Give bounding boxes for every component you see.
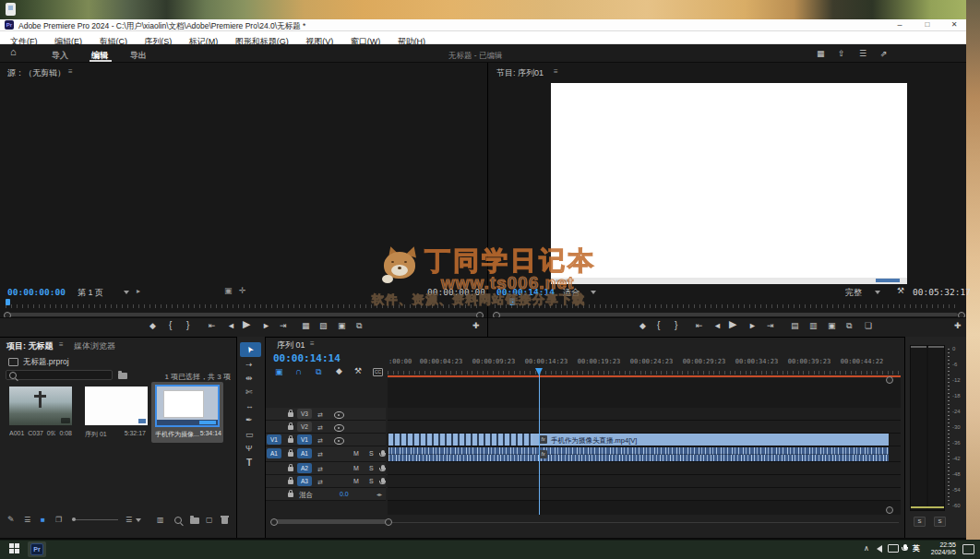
freeform-view-icon[interactable]: ❐ bbox=[55, 516, 62, 524]
mark-in-icon[interactable]: { bbox=[169, 321, 172, 329]
tab-import[interactable]: 导入 bbox=[52, 50, 68, 62]
drag-video-icon[interactable]: ⧉ bbox=[356, 322, 362, 330]
marker-icon[interactable]: ◆ bbox=[639, 322, 646, 330]
source-add-button[interactable]: ✚ bbox=[472, 322, 480, 330]
overwrite-icon[interactable]: ▧ bbox=[319, 322, 328, 330]
solo-button[interactable]: S bbox=[369, 450, 374, 457]
tab-media-browser[interactable]: 媒体浏览器 bbox=[74, 340, 115, 352]
sync-lock-icon[interactable]: ⇄ bbox=[317, 436, 323, 445]
program-quality-dropdown[interactable]: 完整 bbox=[845, 287, 862, 299]
track-select-forward-tool[interactable]: ⇢ bbox=[245, 361, 253, 369]
tray-chevron-icon[interactable]: ∧ bbox=[864, 544, 869, 553]
source-more-icon[interactable]: ▸ bbox=[137, 287, 140, 295]
go-to-out-icon[interactable]: ⇥ bbox=[767, 322, 774, 330]
export-frame-icon[interactable]: ▣ bbox=[828, 322, 836, 330]
automate-to-sequence-icon[interactable]: ▥ bbox=[157, 516, 164, 524]
timeline-v-scrollbar-handle-bottom[interactable] bbox=[886, 506, 893, 514]
pen-tool[interactable]: ✒ bbox=[245, 416, 253, 424]
button-editor-icon[interactable]: ✛ bbox=[239, 287, 246, 295]
readonly-pen-icon[interactable]: ✎ bbox=[7, 516, 15, 524]
workspaces-icon[interactable]: ▦ bbox=[817, 50, 825, 58]
track-header-v3[interactable]: V3 ⇄ bbox=[266, 408, 386, 421]
sync-lock-icon[interactable]: ⇄ bbox=[317, 478, 323, 486]
track-header-mix[interactable]: 混合 0.0 ◂▸ bbox=[266, 488, 386, 501]
input-language-indicator[interactable]: 英 bbox=[913, 543, 920, 553]
project-item-name[interactable]: A001_C037_0921FG_... bbox=[9, 430, 55, 436]
step-forward-icon[interactable]: ► bbox=[262, 322, 270, 330]
timeline-ruler[interactable] bbox=[388, 371, 901, 375]
insert-icon[interactable]: ▦ bbox=[302, 322, 310, 330]
timeline-h-scrollbar-thumb[interactable] bbox=[273, 519, 388, 524]
list-view-icon[interactable]: ☰ bbox=[24, 516, 30, 524]
go-to-in-icon[interactable]: ⇤ bbox=[209, 322, 216, 330]
new-item-icon[interactable]: ▢ bbox=[206, 516, 213, 524]
program-playhead[interactable] bbox=[509, 298, 515, 305]
timeline-scrollbar-handle-left[interactable] bbox=[270, 518, 278, 526]
wrench-icon[interactable]: ⚒ bbox=[897, 287, 904, 295]
track-patch-v1[interactable]: V1 bbox=[297, 434, 312, 445]
new-bin-icon[interactable] bbox=[190, 517, 199, 524]
playhead-head[interactable] bbox=[535, 368, 543, 375]
step-back-icon[interactable]: ◄ bbox=[227, 322, 235, 330]
go-to-out-icon[interactable]: ⇥ bbox=[280, 322, 287, 330]
close-button[interactable]: ✕ bbox=[943, 20, 965, 29]
source-panel-menu-icon[interactable]: ≡ bbox=[68, 67, 73, 76]
razor-tool[interactable]: ✄ bbox=[245, 388, 253, 397]
timeline-panel-menu-icon[interactable]: ≡ bbox=[310, 339, 315, 348]
clock-time[interactable]: 22:55 bbox=[925, 541, 956, 548]
search-input[interactable] bbox=[6, 370, 113, 380]
meter-solo-right-button[interactable]: S bbox=[934, 517, 946, 527]
source-patch-v1[interactable]: V1 bbox=[267, 434, 281, 445]
step-back-icon[interactable]: ◄ bbox=[713, 322, 722, 330]
track-output-eye-icon[interactable] bbox=[334, 424, 344, 432]
tab-project[interactable]: 项目: 无标题 bbox=[6, 340, 54, 352]
minimize-button[interactable]: – bbox=[888, 20, 912, 30]
taskbar-premiere-button[interactable]: Pr bbox=[28, 541, 46, 557]
timeline-timecode[interactable]: 00:00:14:14 bbox=[273, 352, 341, 364]
multi-view-icon[interactable]: ❏ bbox=[865, 322, 872, 330]
monitor-splitter[interactable] bbox=[487, 63, 488, 337]
lock-icon[interactable] bbox=[288, 493, 293, 497]
source-patch-a1[interactable]: A1 bbox=[267, 448, 281, 458]
voiceover-mic-icon[interactable] bbox=[381, 478, 385, 483]
track-patch-a1[interactable]: A1 bbox=[297, 448, 312, 458]
snap-icon[interactable]: ∩ bbox=[295, 366, 302, 376]
export-frame-icon[interactable]: ▣ bbox=[338, 322, 346, 330]
captions-icon[interactable]: CC bbox=[373, 368, 383, 376]
track-patch-v3[interactable]: V3 bbox=[297, 409, 312, 419]
lock-icon[interactable] bbox=[288, 412, 293, 417]
track-header-a3[interactable]: A3 ⇄ M S bbox=[266, 475, 386, 488]
linked-selection-icon[interactable]: ⧉ bbox=[316, 367, 321, 377]
fx-badge[interactable]: fx bbox=[539, 450, 547, 458]
mark-out-icon[interactable]: } bbox=[675, 321, 677, 329]
home-icon[interactable]: ⌂ bbox=[10, 48, 17, 56]
hand-tool[interactable]: Ψ bbox=[245, 445, 253, 453]
clock-date[interactable]: 2024/9/5 bbox=[925, 549, 956, 555]
play-button[interactable]: ▶ bbox=[243, 320, 250, 328]
audio-clip[interactable]: fx bbox=[388, 447, 889, 461]
program-timecode[interactable]: 00:00:14:14 bbox=[496, 287, 555, 297]
solo-button[interactable]: S bbox=[369, 478, 374, 484]
project-item-name[interactable]: 序列 01 bbox=[85, 430, 122, 439]
tray-mic-icon[interactable] bbox=[903, 544, 907, 550]
timeline-scrollbar-handle-right[interactable] bbox=[385, 518, 392, 526]
mute-button[interactable]: M bbox=[353, 450, 359, 457]
add-marker-icon[interactable]: ◆ bbox=[336, 367, 342, 375]
project-item-name[interactable]: 手机作为摄像... bbox=[155, 430, 199, 439]
track-header-v2[interactable]: V2 ⇄ bbox=[266, 421, 386, 434]
tab-export[interactable]: 导出 bbox=[130, 50, 147, 62]
lock-icon[interactable] bbox=[288, 452, 293, 457]
project-item-thumbnail[interactable] bbox=[9, 387, 72, 425]
marker-icon[interactable]: ◆ bbox=[149, 322, 156, 330]
track-content-v3[interactable] bbox=[388, 408, 901, 421]
maximize-button[interactable]: □ bbox=[915, 20, 939, 29]
track-header-a2[interactable]: A2 ⇄ M S bbox=[266, 462, 386, 475]
notification-center-icon[interactable] bbox=[962, 544, 974, 554]
solo-button[interactable]: S bbox=[369, 465, 374, 471]
extract-icon[interactable]: ▥ bbox=[809, 322, 818, 330]
lock-icon[interactable] bbox=[288, 467, 293, 471]
project-file-name[interactable]: 无标题.prproj bbox=[23, 357, 69, 368]
fullscreen-icon[interactable]: ⇗ bbox=[880, 50, 888, 58]
step-forward-icon[interactable]: ► bbox=[748, 322, 757, 330]
zoom-slider-track[interactable] bbox=[72, 519, 118, 520]
